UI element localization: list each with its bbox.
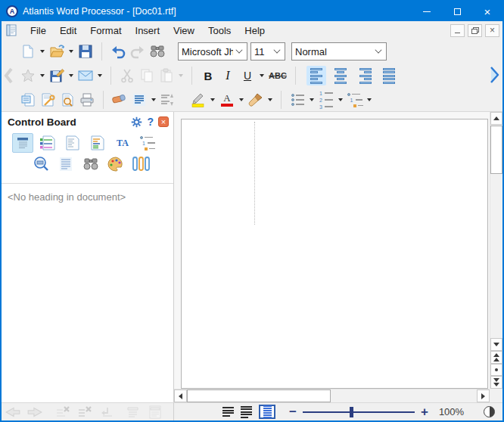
scroll-right-button[interactable] [477, 389, 490, 402]
font-color-dropdown[interactable] [237, 90, 246, 110]
delete-heading-button[interactable] [54, 405, 72, 420]
zoom-slider-track[interactable] [303, 411, 415, 413]
print-layout-view-button[interactable] [259, 405, 275, 419]
numbered-list-dropdown[interactable] [336, 90, 345, 110]
control-board-tab-find[interactable] [80, 154, 101, 174]
mdi-close-button[interactable]: × [485, 24, 499, 37]
favorites-button[interactable] [18, 66, 38, 85]
expand-headings-button[interactable] [146, 405, 164, 420]
control-board-tab-fields[interactable] [87, 133, 108, 153]
save-special-dropdown[interactable] [67, 66, 76, 85]
underline-dropdown[interactable] [257, 66, 266, 85]
control-board-tab-typefaces[interactable]: TA [112, 133, 133, 153]
style-combobox[interactable]: Normal [291, 42, 387, 61]
control-board-tab-headings[interactable] [12, 133, 33, 153]
control-board-tab-bookmarks[interactable] [37, 133, 58, 153]
horizontal-scroll-thumb[interactable] [187, 389, 331, 402]
control-board-settings-button[interactable] [131, 116, 142, 128]
menu-item-file[interactable]: File [23, 23, 53, 39]
paragraph-marks-dropdown[interactable] [149, 90, 158, 110]
highlight-dropdown[interactable] [208, 90, 217, 110]
format-painter-button[interactable] [246, 90, 266, 110]
control-board-tab-zoom-view[interactable] [30, 154, 51, 174]
zoom-out-button[interactable]: − [289, 405, 297, 418]
control-board-close-button[interactable]: × [158, 116, 169, 127]
redo-button[interactable] [128, 42, 148, 61]
find-button[interactable] [148, 42, 167, 61]
email-dropdown[interactable] [95, 66, 104, 85]
align-justify-button[interactable] [379, 66, 399, 85]
control-board-help-button[interactable]: ? [147, 116, 154, 128]
vertical-scrollbar[interactable] [490, 112, 502, 389]
next-heading-button[interactable] [26, 405, 44, 420]
menu-item-insert[interactable]: Insert [129, 23, 167, 39]
scroll-left-button[interactable] [174, 389, 187, 402]
cut-button[interactable] [117, 66, 137, 85]
vertical-scroll-thumb[interactable] [490, 126, 502, 174]
scroll-up-button[interactable] [490, 112, 502, 125]
open-document-button[interactable] [47, 42, 67, 61]
paragraph-marks-button[interactable] [129, 90, 149, 110]
control-board-tab-styles[interactable]: 1 [137, 133, 158, 153]
multilevel-list-button[interactable]: 1 [345, 90, 365, 110]
next-page-button[interactable] [490, 376, 502, 389]
title-bar[interactable]: A Atlantis Word Processor - [Doc01.rtf] … [2, 2, 502, 21]
highlight-button[interactable] [188, 90, 208, 110]
zoom-slider[interactable] [303, 405, 415, 419]
paste-dropdown[interactable] [176, 66, 185, 85]
bulleted-list-button[interactable] [288, 90, 307, 110]
font-color-button[interactable]: A [217, 90, 237, 110]
zoom-in-button[interactable]: + [421, 405, 428, 418]
close-button[interactable]: × [472, 2, 502, 21]
italic-button[interactable]: I [218, 66, 238, 85]
numbered-list-button[interactable]: 1 2 3 [316, 90, 336, 110]
document-properties-button[interactable] [18, 90, 38, 110]
collapse-headings-button[interactable] [124, 405, 142, 420]
align-left-button[interactable] [306, 66, 326, 85]
bulleted-list-dropdown[interactable] [307, 90, 316, 110]
control-board-tab-colors[interactable] [105, 154, 126, 174]
save-button[interactable] [76, 42, 95, 61]
web-view-button[interactable] [241, 406, 252, 418]
mdi-restore-button[interactable] [468, 24, 482, 37]
menu-item-edit[interactable]: Edit [53, 23, 83, 39]
control-board-tab-clips[interactable] [130, 154, 151, 174]
save-special-button[interactable] [47, 66, 67, 85]
menu-item-view[interactable]: View [166, 23, 201, 39]
scroll-down-button[interactable] [490, 338, 502, 351]
menu-item-tools[interactable]: Tools [201, 23, 238, 39]
scroll-track[interactable] [331, 389, 477, 402]
copy-button[interactable] [137, 66, 157, 85]
new-document-dropdown[interactable] [38, 42, 47, 61]
demote-heading-button[interactable] [98, 405, 116, 420]
maximize-button[interactable] [442, 2, 472, 21]
strikethrough-button[interactable]: ABC [266, 66, 289, 85]
align-right-button[interactable] [355, 66, 375, 85]
align-center-button[interactable] [331, 66, 350, 85]
new-document-button[interactable] [18, 42, 38, 61]
multilevel-list-dropdown[interactable] [365, 90, 374, 110]
previous-page-button[interactable] [490, 351, 502, 364]
print-button[interactable] [77, 90, 97, 110]
previous-heading-button[interactable] [4, 405, 22, 420]
font-size-combobox[interactable]: 11 [250, 42, 285, 61]
paste-button[interactable] [157, 66, 176, 85]
bold-button[interactable]: B [198, 66, 218, 85]
print-preview-button[interactable] [58, 90, 77, 110]
control-board-tab-paragraphs[interactable] [55, 154, 76, 174]
undo-button[interactable] [108, 42, 128, 61]
sort-paragraphs-button[interactable] [158, 90, 178, 110]
email-button[interactable] [76, 66, 95, 85]
select-browse-object-button[interactable] [490, 364, 502, 376]
mdi-minimize-button[interactable] [450, 24, 465, 37]
favorites-dropdown[interactable] [38, 66, 47, 85]
font-name-combobox[interactable]: Microsoft Jh [178, 42, 247, 61]
menu-item-format[interactable]: Format [83, 23, 128, 39]
underline-button[interactable]: U [238, 66, 257, 85]
draft-view-button[interactable] [222, 407, 234, 417]
format-painter-dropdown[interactable] [266, 90, 275, 110]
document-page[interactable] [181, 119, 488, 389]
menu-item-help[interactable]: Help [238, 23, 272, 39]
toolbar-scroll-right-button[interactable] [488, 64, 502, 86]
delete-all-headings-button[interactable] [76, 405, 94, 420]
